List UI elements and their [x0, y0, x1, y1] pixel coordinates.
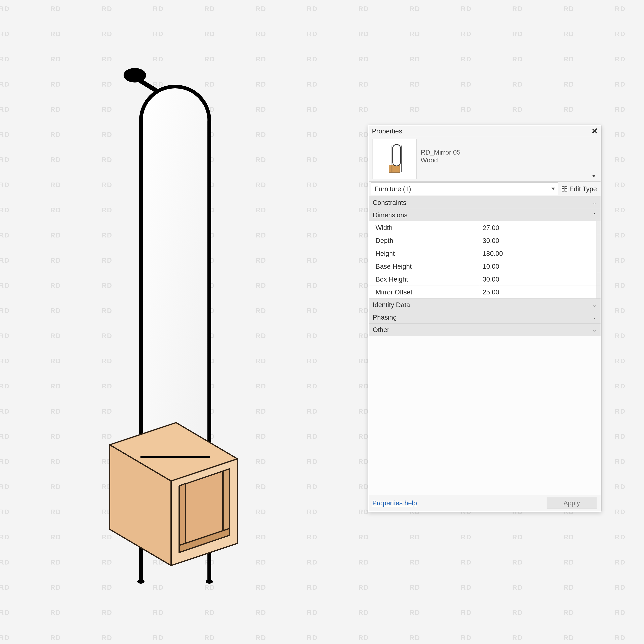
- param-assoc-stub[interactable]: [597, 260, 601, 273]
- param-label: Depth: [369, 234, 479, 247]
- section-dimensions[interactable]: Dimensions ⌃: [369, 209, 601, 221]
- chevron-down-icon[interactable]: [592, 175, 596, 177]
- type-thumbnail: [372, 139, 417, 179]
- svg-point-9: [206, 580, 213, 584]
- param-value-input[interactable]: [482, 234, 597, 247]
- param-value[interactable]: [479, 247, 597, 260]
- param-row: Width: [369, 221, 601, 234]
- param-value-input[interactable]: [482, 247, 597, 260]
- param-row: Height: [369, 247, 601, 260]
- collapse-icon: ⌄: [592, 315, 597, 320]
- section-other[interactable]: Other ⌄: [369, 323, 601, 336]
- svg-rect-10: [389, 165, 400, 173]
- param-label: Height: [369, 247, 479, 260]
- param-value[interactable]: [479, 286, 597, 298]
- svg-rect-15: [565, 186, 567, 189]
- param-assoc-stub[interactable]: [597, 234, 601, 247]
- svg-rect-17: [565, 189, 567, 191]
- param-row: Mirror Offset: [369, 286, 601, 298]
- param-label: Mirror Offset: [369, 286, 479, 298]
- svg-marker-6: [223, 469, 229, 537]
- param-value[interactable]: [479, 260, 597, 273]
- svg-point-8: [137, 580, 144, 584]
- collapse-icon: ⌄: [592, 327, 597, 332]
- param-label: Base Height: [369, 260, 479, 273]
- category-filter-select[interactable]: Furniture (1): [371, 182, 558, 195]
- chevron-down-icon: [551, 188, 555, 190]
- param-row: Depth: [369, 234, 601, 247]
- category-filter-label: Furniture (1): [375, 186, 411, 192]
- param-value-input[interactable]: [482, 221, 597, 234]
- section-phasing[interactable]: Phasing ⌄: [369, 311, 601, 323]
- section-label: Constraints: [373, 199, 406, 206]
- svg-rect-14: [562, 186, 564, 189]
- param-assoc-stub[interactable]: [597, 247, 601, 260]
- param-value-input[interactable]: [482, 286, 597, 298]
- apply-button[interactable]: Apply: [547, 497, 597, 509]
- param-assoc-stub[interactable]: [597, 286, 601, 298]
- properties-panel-title: Properties: [372, 128, 402, 134]
- param-assoc-stub[interactable]: [597, 221, 601, 234]
- param-label: Box Height: [369, 273, 479, 286]
- collapse-icon: ⌃: [592, 213, 597, 218]
- edit-type-label: Edit Type: [569, 186, 597, 192]
- svg-rect-11: [393, 144, 400, 166]
- edit-type-icon: [562, 186, 567, 192]
- section-label: Phasing: [373, 314, 397, 321]
- param-label: Width: [369, 221, 479, 234]
- close-icon[interactable]: ✕: [591, 127, 599, 135]
- section-label: Dimensions: [373, 212, 407, 218]
- param-value[interactable]: [479, 234, 597, 247]
- param-assoc-stub[interactable]: [597, 273, 601, 286]
- edit-type-button[interactable]: Edit Type: [558, 182, 601, 196]
- param-value[interactable]: [479, 221, 597, 234]
- param-row: Base Height: [369, 260, 601, 273]
- collapse-icon: ⌄: [592, 200, 597, 205]
- type-variant-name: Wood: [421, 157, 460, 163]
- param-row: Box Height: [369, 273, 601, 286]
- param-value[interactable]: [479, 273, 597, 286]
- svg-rect-16: [562, 189, 564, 191]
- type-selector[interactable]: RD_Mirror 05 Wood: [369, 136, 601, 182]
- panel-empty-area: [369, 336, 601, 495]
- collapse-icon: ⌄: [592, 302, 597, 307]
- properties-panel: Properties ✕ RD_Mirror 05 Wood Furniture…: [368, 125, 601, 512]
- section-label: Other: [373, 326, 389, 333]
- section-identity[interactable]: Identity Data ⌄: [369, 298, 601, 311]
- param-value-input[interactable]: [482, 260, 597, 273]
- model-viewport[interactable]: [103, 66, 248, 598]
- section-constraints[interactable]: Constraints ⌄: [369, 196, 601, 209]
- section-label: Identity Data: [373, 301, 410, 308]
- param-value-input[interactable]: [482, 273, 597, 286]
- properties-help-link[interactable]: Properties help: [372, 500, 417, 506]
- type-family-name: RD_Mirror 05: [421, 149, 460, 156]
- svg-marker-5: [179, 483, 186, 552]
